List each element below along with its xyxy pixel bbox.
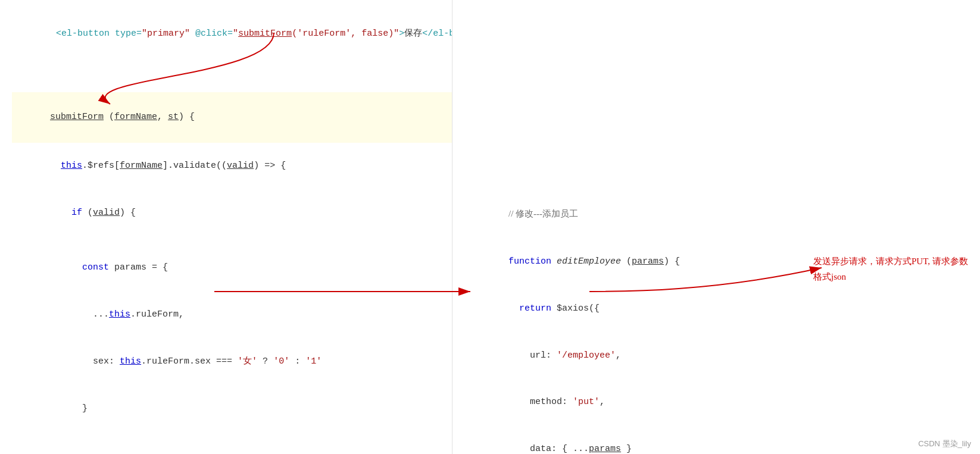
param-st: st (168, 112, 179, 122)
spacer3 (12, 432, 452, 440)
refs-dot: .$refs[ (82, 161, 120, 171)
left-panel: <el-button type="primary" @click="submit… (0, 0, 452, 454)
indent-r2 (508, 350, 530, 361)
valid-ref: valid (93, 208, 120, 218)
this-keyword: this (61, 161, 82, 171)
valid-param: valid (227, 161, 254, 171)
refs-end: ].validate(( (163, 161, 227, 171)
const-kw: const (82, 262, 109, 273)
spacer1 (12, 62, 452, 92)
brace-open: ) { (179, 112, 195, 122)
this-spread: this (109, 309, 130, 320)
colon-sep: : (289, 356, 305, 367)
close-params: } (12, 385, 452, 432)
url-comma: , (616, 350, 621, 361)
method-comma: , (600, 397, 605, 407)
val-0: '0' (273, 356, 289, 367)
axios-call: $axios({ (551, 303, 600, 314)
annotation-content: 发送异步请求，请求方式PUT, 请求参数格式json (813, 256, 968, 281)
if-kw: if (71, 208, 82, 218)
ruleform-spread: .ruleForm, (130, 309, 184, 320)
url-val: '/employee' (557, 350, 616, 361)
method-line: method: 'put', (470, 379, 980, 426)
spread-ruleform: ...this.ruleForm, (12, 292, 452, 339)
val-click: " (233, 29, 238, 39)
val-1: '1' (305, 356, 322, 367)
method-key: method: (530, 397, 573, 407)
data-end: } (621, 444, 632, 454)
indent-r4 (508, 444, 530, 454)
valid-cond: ( (82, 208, 93, 218)
spacer2 (12, 236, 452, 245)
data-key: data: { ... (530, 444, 589, 454)
params-eq: params = { (109, 262, 168, 273)
tag-end: </el-button> (422, 29, 452, 39)
indent1 (50, 161, 61, 171)
tag-open: <el-button (56, 29, 115, 39)
indent-r3 (508, 397, 530, 407)
button-text: 保存 (404, 29, 422, 39)
indent4: ... (50, 309, 109, 320)
params-paren: ( (104, 112, 114, 122)
attr-click: @click= (190, 29, 233, 39)
sex-line: sex: this.ruleForm.sex === '女' ? '0' : '… (12, 339, 452, 386)
func-brace: ) { (664, 256, 680, 267)
top-code-line: <el-button type="primary" @click="submit… (12, 6, 452, 62)
footer: CSDN 墨染_lily (918, 439, 971, 449)
sex-key: sex: (93, 356, 120, 367)
edit-emp-def: editEmployee (557, 256, 621, 267)
param-formname: formName (114, 112, 157, 122)
arrow1: ) => { (254, 161, 286, 171)
ruleform-sex: .ruleForm.sex === (141, 356, 238, 367)
space1 (551, 256, 557, 267)
val-primary: "primary" (142, 29, 190, 39)
params-def: params (632, 256, 664, 267)
this-sex: this (120, 356, 141, 367)
url-line: url: '/employee', (470, 332, 980, 379)
ternary: ? (257, 356, 273, 367)
params-spread: params (589, 444, 621, 454)
refs-line: this.$refs[formName].validate((valid) =>… (12, 143, 452, 190)
main-container: <el-button type="primary" @click="submit… (0, 0, 980, 454)
space2: ( (621, 256, 632, 267)
method-val: 'put' (573, 397, 600, 407)
right-panel: // 修改---添加员工 function editEmployee (para… (452, 0, 980, 454)
if-brace: ) { (120, 208, 136, 218)
edit-employee-line: editEmployee(params).then(res => { (12, 440, 452, 454)
comment-line: // 修改---添加员工 (470, 190, 980, 239)
submit-form-line: submitForm (formName, st) { (12, 92, 452, 143)
return-kw: return (519, 303, 551, 314)
annotation-text: 发送异步请求，请求方式PUT, 请求参数格式json (813, 254, 968, 284)
footer-text: CSDN 墨染_lily (918, 439, 971, 448)
submitform-name: submitForm (50, 112, 104, 122)
url-key: url: (530, 350, 557, 361)
val-args: ('ruleForm', false)" (292, 29, 399, 39)
tag-close-bracket: > (399, 29, 404, 39)
comma-st: , (157, 112, 168, 122)
val-female: '女' (238, 356, 257, 367)
indent4b (50, 356, 93, 367)
return-axios: return $axios({ (470, 286, 980, 333)
comment-text: // 修改---添加员工 (508, 209, 578, 218)
indent3b: } (50, 403, 88, 414)
indent2 (50, 208, 71, 218)
indent-r1 (508, 303, 519, 314)
attr-type: type= (115, 29, 142, 39)
if-valid-line: if (valid) { (12, 189, 452, 236)
data-line: data: { ...params } (470, 426, 980, 454)
function-kw: function (508, 256, 551, 267)
const-params-line: const params = { (12, 245, 452, 292)
right-spacer-top (470, 6, 980, 190)
indent3 (50, 262, 82, 273)
formname-ref: formName (120, 161, 163, 171)
submit-call: submitForm (238, 29, 292, 39)
